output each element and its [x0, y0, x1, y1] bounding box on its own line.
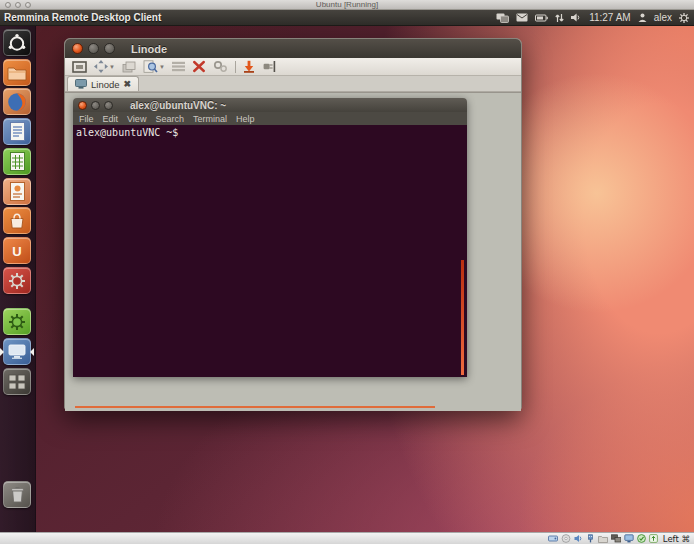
remote-wallpaper-sliver-horizontal — [75, 406, 435, 408]
dropdown-arrow-icon[interactable]: ▼ — [109, 64, 115, 70]
desktop-wallpaper: U Linode ▼▼ Linode ✖ — [0, 26, 694, 532]
terminal-minimize-button[interactable] — [91, 101, 100, 110]
grab-keyboard-button[interactable] — [172, 61, 185, 72]
virtualbox-vm-screen: Ubuntu [Running] Remmina Remote Desktop … — [0, 0, 694, 544]
panel-app-title: Remmina Remote Desktop Client — [0, 12, 161, 23]
switch-tab-icon — [122, 61, 136, 73]
hdd-icon[interactable] — [548, 534, 558, 543]
disconnect-button[interactable] — [262, 60, 276, 73]
remmina-tab-linode[interactable]: Linode ✖ — [67, 76, 139, 91]
network-icon[interactable] — [611, 534, 621, 543]
sync-arrows-icon[interactable] — [555, 13, 564, 23]
remmina-tabbar: Linode ✖ — [65, 76, 521, 92]
tab-label: Linode — [91, 79, 120, 90]
menu-edit[interactable]: Edit — [103, 114, 119, 124]
launcher-item-remmina[interactable] — [3, 338, 31, 365]
terminal-title: alex@ubuntuVNC: ~ — [130, 100, 226, 111]
display-icon[interactable] — [624, 534, 634, 543]
volume-icon[interactable] — [571, 13, 582, 22]
tools-icon — [192, 60, 206, 73]
multi-session-icon[interactable] — [496, 13, 509, 23]
optical-icon[interactable] — [561, 534, 571, 543]
preferences-icon — [213, 60, 228, 73]
panel-indicators — [496, 13, 582, 23]
ubuntu-top-panel: Remmina Remote Desktop Client 11:27 AM a… — [0, 10, 694, 26]
terminal-close-button[interactable] — [78, 101, 87, 110]
clock[interactable]: 11:27 AM — [589, 12, 631, 23]
software-updater-icon — [8, 313, 26, 331]
vbox-status-icons — [548, 534, 658, 543]
launcher-item-workspace-switcher[interactable] — [3, 368, 31, 395]
libreoffice-calc-icon — [10, 152, 25, 171]
terminal-screen[interactable]: alex@ubuntuVNC ~$ — [73, 125, 467, 377]
mouse-integration-icon[interactable] — [649, 534, 658, 543]
libreoffice-writer-icon — [10, 122, 25, 141]
username-menu[interactable]: alex — [654, 12, 672, 23]
switch-tab-button[interactable] — [122, 61, 136, 73]
remmina-minimize-button[interactable] — [88, 43, 99, 54]
remmina-window-title: Linode — [131, 43, 167, 55]
running-arrow-icon — [26, 348, 34, 356]
remmina-window: Linode ▼▼ Linode ✖ alex@ubuntuVNC: ~ — [64, 38, 522, 410]
remmina-maximize-button[interactable] — [104, 43, 115, 54]
fullscreen-button[interactable] — [72, 61, 87, 73]
launcher-item-trash[interactable] — [3, 481, 31, 508]
launcher-item-software-updater[interactable] — [3, 308, 31, 335]
menu-help[interactable]: Help — [236, 114, 255, 124]
launcher-item-system-settings[interactable] — [3, 267, 31, 294]
battery-icon[interactable] — [535, 14, 548, 22]
tab-close-icon[interactable]: ✖ — [124, 80, 132, 89]
grab-keyboard-icon — [172, 61, 185, 72]
fit-window-icon — [94, 60, 108, 73]
workspace-switcher-icon — [8, 374, 26, 390]
host-window-titlebar[interactable]: Ubuntu [Running] — [0, 0, 694, 10]
launcher-item-ubuntu-one[interactable]: U — [3, 237, 31, 264]
libreoffice-impress-icon — [10, 182, 25, 201]
person-icon — [638, 13, 647, 22]
preferences-button[interactable] — [213, 60, 228, 73]
zoom-icon — [143, 60, 158, 73]
menu-view[interactable]: View — [127, 114, 146, 124]
remmina-close-button[interactable] — [72, 43, 83, 54]
host-window-title: Ubuntu [Running] — [0, 0, 694, 10]
fit-window-button[interactable]: ▼ — [94, 60, 115, 73]
vbox-statusbar: Left ⌘ — [0, 532, 694, 544]
menu-file[interactable]: File — [79, 114, 94, 124]
launcher-item-home-folder[interactable] — [3, 59, 31, 86]
toolbar-separator — [235, 61, 236, 73]
menu-terminal[interactable]: Terminal — [193, 114, 227, 124]
hostkey-indicator: Left ⌘ — [661, 534, 690, 544]
launcher-item-libreoffice-impress[interactable] — [3, 178, 31, 205]
audio-icon[interactable] — [574, 534, 583, 543]
launcher-item-software-center[interactable] — [3, 207, 31, 234]
trash-icon — [10, 486, 25, 503]
focused-arrow-icon — [0, 348, 8, 356]
features-icon[interactable] — [637, 534, 646, 543]
dash-home-icon — [7, 33, 27, 53]
launcher-item-dash-home[interactable] — [3, 29, 31, 56]
terminal-prompt: alex@ubuntuVNC ~$ — [76, 127, 178, 138]
remmina-titlebar[interactable]: Linode — [65, 39, 521, 58]
terminal-maximize-button[interactable] — [104, 101, 113, 110]
disconnect-icon — [262, 60, 276, 73]
usb-icon[interactable] — [586, 534, 595, 543]
launcher-item-libreoffice-writer[interactable] — [3, 118, 31, 145]
gear-icon[interactable] — [679, 13, 689, 23]
screenshot-button[interactable] — [243, 60, 255, 73]
unity-launcher: U — [0, 26, 36, 532]
launcher-item-libreoffice-calc[interactable] — [3, 148, 31, 175]
zoom-button[interactable]: ▼ — [143, 60, 165, 73]
panel-indicator-area: 11:27 AM alex — [496, 12, 694, 23]
vnc-viewport[interactable]: alex@ubuntuVNC: ~ FileEditViewSearchTerm… — [65, 92, 521, 411]
ubuntu-one-icon: U — [9, 243, 25, 259]
software-center-icon — [8, 212, 26, 230]
tools-button[interactable] — [192, 60, 206, 73]
fullscreen-icon — [72, 61, 87, 73]
mail-icon[interactable] — [516, 13, 528, 22]
tab-monitor-icon — [75, 79, 87, 89]
menu-search[interactable]: Search — [155, 114, 184, 124]
dropdown-arrow-icon[interactable]: ▼ — [159, 64, 165, 70]
terminal-titlebar[interactable]: alex@ubuntuVNC: ~ — [73, 98, 467, 112]
launcher-item-firefox[interactable] — [3, 88, 31, 115]
shared-folders-icon[interactable] — [598, 535, 608, 543]
